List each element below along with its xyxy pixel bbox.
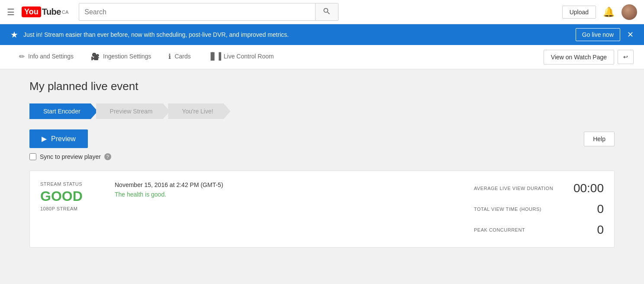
help-button[interactable]: Help bbox=[584, 132, 615, 146]
tab-cards[interactable]: ℹ Cards bbox=[160, 45, 199, 69]
event-title: My planned live event bbox=[29, 80, 615, 93]
search-button[interactable] bbox=[315, 3, 338, 20]
logo-ca: CA bbox=[62, 10, 68, 15]
play-icon: ▶ bbox=[42, 135, 47, 143]
banner-star-icon: ★ bbox=[10, 29, 18, 40]
logo-box: You bbox=[22, 6, 41, 17]
main-content: My planned live event Start Encoder Prev… bbox=[19, 69, 625, 258]
camera-icon: 🎥 bbox=[91, 52, 100, 61]
topnav-right: Upload 🔔 bbox=[562, 4, 637, 20]
pencil-icon: ✏ bbox=[19, 52, 25, 61]
banner-text: Just in! Stream easier than ever before,… bbox=[23, 31, 576, 38]
metric-peak-concurrent-value: 0 bbox=[597, 223, 604, 237]
top-nav: ☰ YouTubeCA Upload 🔔 bbox=[0, 0, 644, 24]
stream-quality-label: 1080P STREAM bbox=[40, 206, 101, 211]
info-icon: ℹ bbox=[168, 52, 171, 61]
step-youre-live[interactable]: You're Live! bbox=[168, 103, 230, 119]
metric-peak-concurrent-label: PEAK CONCURRENT bbox=[474, 227, 525, 232]
logo-text: Tube bbox=[42, 7, 61, 17]
stream-info-col: November 15, 2016 at 2:42 PM (GMT-5) The… bbox=[115, 181, 460, 237]
step-preview-stream-label: Preview Stream bbox=[110, 108, 153, 115]
stream-health: The health is good. bbox=[115, 191, 460, 198]
close-banner-icon[interactable]: ✕ bbox=[627, 30, 634, 39]
search-icon bbox=[322, 7, 331, 16]
tab-cards-label: Cards bbox=[174, 53, 190, 60]
tabs-right: View on Watch Page ↩ bbox=[544, 50, 634, 65]
stream-status-col: STREAM STATUS GOOD 1080P STREAM bbox=[40, 181, 101, 237]
sync-row: Sync to preview player ? bbox=[29, 153, 615, 160]
back-button[interactable]: ↩ bbox=[618, 50, 634, 64]
metric-total-view-time: TOTAL VIEW TIME (HOURS) 0 bbox=[474, 202, 604, 216]
sync-checkbox[interactable] bbox=[29, 153, 36, 160]
metric-peak-concurrent: PEAK CONCURRENT 0 bbox=[474, 223, 604, 237]
avatar[interactable] bbox=[621, 4, 637, 20]
sync-label: Sync to preview player bbox=[40, 153, 101, 160]
step-start-encoder-label: Start Encoder bbox=[43, 108, 80, 115]
view-on-watch-page-button[interactable]: View on Watch Page bbox=[544, 50, 614, 65]
promo-banner: ★ Just in! Stream easier than ever befor… bbox=[0, 24, 644, 45]
tabs-bar: ✏ Info and Settings 🎥 Ingestion Settings… bbox=[0, 45, 644, 69]
metric-avg-duration-value: 00:00 bbox=[573, 181, 604, 195]
metric-avg-duration: AVERAGE LIVE VIEW DURATION 00:00 bbox=[474, 181, 604, 195]
preview-button[interactable]: ▶ Preview bbox=[29, 129, 88, 148]
steps-bar: Start Encoder Preview Stream You're Live… bbox=[29, 103, 615, 119]
stream-status-value: GOOD bbox=[40, 188, 101, 204]
stream-date: November 15, 2016 at 2:42 PM (GMT-5) bbox=[115, 181, 460, 188]
bars-icon: ▐▌▐ bbox=[208, 52, 220, 60]
metric-avg-duration-label: AVERAGE LIVE VIEW DURATION bbox=[474, 186, 553, 191]
metric-total-view-time-value: 0 bbox=[597, 202, 604, 216]
go-live-now-button[interactable]: Go live now bbox=[576, 28, 620, 41]
stream-status-card: STREAM STATUS GOOD 1080P STREAM November… bbox=[29, 171, 615, 248]
step-youre-live-label: You're Live! bbox=[182, 108, 213, 115]
upload-button[interactable]: Upload bbox=[562, 6, 596, 19]
tab-live-control-room-label: Live Control Room bbox=[224, 53, 274, 60]
preview-row: ▶ Preview Help bbox=[29, 129, 615, 148]
preview-button-label: Preview bbox=[51, 135, 76, 143]
stream-status-label: STREAM STATUS bbox=[40, 181, 101, 187]
tab-ingestion-settings[interactable]: 🎥 Ingestion Settings bbox=[82, 45, 160, 69]
search-input[interactable] bbox=[79, 5, 315, 19]
tab-live-control-room[interactable]: ▐▌▐ Live Control Room bbox=[200, 45, 283, 69]
tab-ingestion-settings-label: Ingestion Settings bbox=[103, 53, 151, 60]
tab-info-settings[interactable]: ✏ Info and Settings bbox=[10, 45, 82, 69]
step-start-encoder[interactable]: Start Encoder bbox=[29, 103, 98, 119]
youtube-logo[interactable]: YouTubeCA bbox=[22, 6, 68, 17]
tab-info-settings-label: Info and Settings bbox=[28, 53, 74, 60]
search-bar bbox=[79, 3, 338, 21]
sync-help-icon[interactable]: ? bbox=[104, 153, 111, 160]
bell-icon[interactable]: 🔔 bbox=[603, 6, 615, 18]
stream-metrics: AVERAGE LIVE VIEW DURATION 00:00 TOTAL V… bbox=[474, 181, 604, 237]
step-preview-stream[interactable]: Preview Stream bbox=[96, 103, 170, 119]
metric-total-view-time-label: TOTAL VIEW TIME (HOURS) bbox=[474, 207, 541, 212]
hamburger-icon[interactable]: ☰ bbox=[7, 7, 15, 17]
